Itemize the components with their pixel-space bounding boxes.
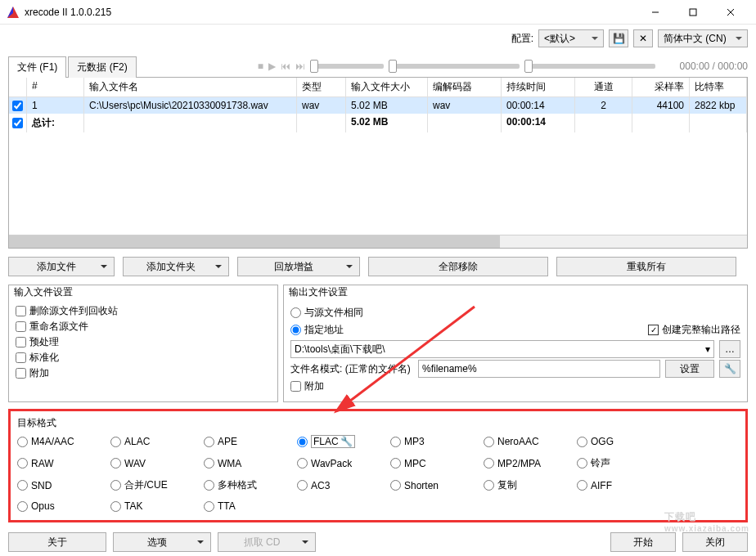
col-type[interactable]: 类型 — [297, 78, 346, 96]
seek-mini-slider[interactable] — [310, 64, 384, 69]
total-checkbox[interactable] — [12, 118, 23, 128]
prev-icon[interactable]: ⏮ — [281, 61, 290, 72]
col-sample[interactable]: 采样率 — [632, 78, 690, 96]
svg-rect-3 — [690, 9, 696, 16]
fmt-raw[interactable] — [17, 458, 28, 469]
row-checkbox[interactable] — [12, 101, 23, 111]
about-button[interactable]: 关于 — [8, 532, 106, 552]
close-app-button[interactable]: 关闭 — [682, 532, 748, 552]
fmt-multi[interactable] — [204, 480, 214, 491]
play-icon[interactable]: ▶ — [268, 61, 276, 72]
fmt-copy[interactable] — [484, 480, 494, 491]
tabs-transport-row: 文件 (F1) 元数据 (F2) ■ ▶ ⏮ ⏭ 000:00 / 000:00 — [0, 52, 756, 77]
pattern-label: 文件名模式: (正常的文件名) — [290, 362, 413, 376]
delete-icon: ✕ — [639, 33, 647, 44]
fmt-wma[interactable] — [204, 458, 214, 469]
col-bit[interactable]: 比特率 — [690, 78, 747, 96]
delete-to-recycle-checkbox[interactable] — [16, 306, 26, 316]
settings-region: 输入文件设置 删除源文件到回收站 重命名源文件 预处理 标准化 附加 输出文件设… — [0, 285, 756, 402]
add-file-button[interactable]: 添加文件 — [8, 257, 115, 276]
stop-icon[interactable]: ■ — [258, 61, 263, 72]
col-size[interactable]: 输入文件大小 — [346, 78, 428, 96]
config-label: 配置: — [511, 32, 533, 46]
wrench-icon: 🔧 — [724, 363, 736, 374]
file-table: # 输入文件名 类型 输入文件大小 编解码器 持续时间 通道 采样率 比特率 1… — [8, 77, 748, 249]
app-icon — [7, 6, 20, 19]
fmt-m4a[interactable] — [17, 437, 28, 447]
table-row[interactable]: 1 C:\Users\pc\Music\20210330091738.wav w… — [9, 97, 747, 114]
browse-path-button[interactable]: … — [719, 340, 740, 358]
reload-all-button[interactable]: 重载所有 — [556, 257, 736, 276]
normalize-checkbox[interactable] — [16, 352, 26, 363]
output-settings-panel: 输出文件设置 与源文件相同 指定地址 ✓创建完整输出路径 D:\tools\桌面… — [283, 285, 748, 402]
input-settings-panel: 输入文件设置 删除源文件到回收站 重命名源文件 预处理 标准化 附加 — [8, 285, 278, 402]
close-button[interactable] — [712, 0, 749, 25]
next-icon[interactable]: ⏭ — [295, 61, 305, 72]
target-format-title: 目标格式 — [17, 416, 739, 430]
output-path-combo[interactable]: D:\tools\桌面\下载吧\▾ — [290, 340, 714, 358]
minimize-button[interactable] — [637, 0, 674, 25]
progress-slider[interactable] — [389, 64, 520, 69]
delete-profile-button[interactable]: ✕ — [633, 29, 653, 47]
col-chan[interactable]: 通道 — [575, 78, 632, 96]
titlebar: xrecode II 1.0.0.215 — [0, 0, 756, 25]
transport-controls: ■ ▶ ⏮ ⏭ — [258, 61, 655, 72]
col-codec[interactable]: 编解码器 — [428, 78, 502, 96]
fmt-mp2[interactable] — [484, 458, 494, 469]
save-profile-button[interactable]: 💾 — [609, 29, 628, 47]
preprocess-checkbox[interactable] — [16, 337, 26, 348]
specify-path-radio[interactable] — [290, 325, 301, 335]
pattern-settings-button[interactable]: 设置 — [665, 360, 714, 378]
profile-select[interactable]: <默认> — [538, 29, 604, 47]
maximize-button[interactable] — [674, 0, 712, 25]
same-as-source-radio[interactable] — [290, 307, 301, 318]
start-button[interactable]: 开始 — [610, 532, 676, 552]
fmt-alac[interactable] — [110, 437, 121, 447]
fmt-neroaac[interactable] — [484, 437, 494, 447]
fmt-tta[interactable] — [204, 501, 214, 512]
fmt-shorten[interactable] — [390, 480, 401, 491]
fmt-ac3[interactable] — [297, 480, 308, 491]
fmt-aiff[interactable] — [577, 480, 587, 491]
fmt-ringtone[interactable] — [577, 458, 587, 469]
fmt-snd[interactable] — [17, 480, 28, 491]
tabs: 文件 (F1) 元数据 (F2) — [8, 56, 137, 77]
fmt-ogg[interactable] — [577, 437, 587, 447]
target-format-panel: 目标格式 M4A/AAC ALAC APE FLAC🔧 MP3 NeroAAC … — [8, 409, 748, 522]
window-title: xrecode II 1.0.0.215 — [25, 7, 111, 18]
remove-all-button[interactable]: 全部移除 — [368, 257, 548, 276]
fmt-flac[interactable] — [297, 437, 308, 447]
fmt-mpc[interactable] — [390, 458, 401, 469]
fmt-mp3[interactable] — [390, 437, 401, 447]
tab-metadata[interactable]: 元数据 (F2) — [68, 56, 136, 78]
replaygain-button[interactable]: 回放增益 — [237, 257, 360, 276]
fmt-wav[interactable] — [110, 458, 121, 469]
options-button[interactable]: 选项 — [113, 532, 211, 552]
fmt-tak[interactable] — [110, 501, 121, 512]
bottom-button-row: 关于 选项 抓取 CD 开始 关闭 — [0, 526, 756, 556]
fmt-merge-cue[interactable] — [110, 480, 121, 491]
filename-pattern-input[interactable]: %filename% — [418, 360, 660, 378]
wrench-icon[interactable]: 🔧 — [340, 436, 353, 447]
col-name[interactable]: 输入文件名 — [84, 78, 297, 96]
save-icon: 💾 — [613, 33, 625, 44]
horizontal-scrollbar[interactable] — [9, 235, 747, 248]
table-total-row: 总计: 5.02 MB 00:00:14 — [9, 114, 747, 132]
grab-cd-button[interactable]: 抓取 CD — [218, 532, 316, 552]
input-settings-title: 输入文件设置 — [14, 285, 271, 299]
col-dur[interactable]: 持续时间 — [502, 78, 575, 96]
fmt-wavpack[interactable] — [297, 458, 308, 469]
append-input-checkbox[interactable] — [16, 368, 26, 379]
append-output-checkbox[interactable] — [290, 381, 301, 392]
fmt-opus[interactable] — [17, 501, 28, 512]
rename-source-checkbox[interactable] — [16, 321, 26, 332]
fmt-ape[interactable] — [204, 437, 214, 447]
language-select[interactable]: 简体中文 (CN) — [658, 29, 748, 47]
volume-slider[interactable] — [524, 64, 655, 69]
add-folder-button[interactable]: 添加文件夹 — [123, 257, 229, 276]
action-button-row: 添加文件 添加文件夹 回放增益 全部移除 重载所有 — [0, 249, 756, 285]
pattern-tools-button[interactable]: 🔧 — [719, 360, 740, 378]
col-num[interactable]: # — [27, 78, 84, 96]
create-full-path-checkbox[interactable]: ✓ — [648, 325, 659, 335]
tab-files[interactable]: 文件 (F1) — [8, 56, 66, 78]
